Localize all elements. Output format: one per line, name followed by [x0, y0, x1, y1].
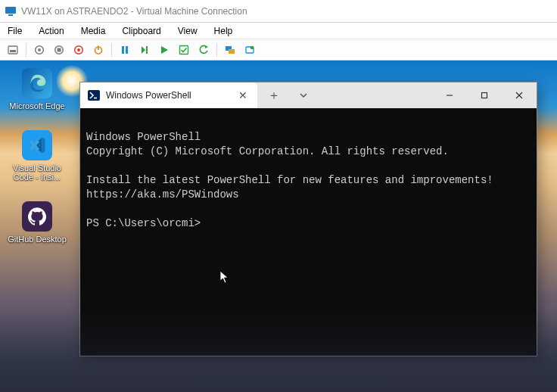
desktop-icon-edge[interactable]: Microsoft Edge [8, 68, 67, 110]
desktop-icon-column: Microsoft Edge Visual Studio Code - Insi… [8, 68, 67, 244]
vscode-icon [22, 130, 52, 160]
svg-rect-15 [146, 46, 148, 54]
svg-rect-0 [5, 7, 16, 14]
svg-marker-14 [142, 46, 145, 54]
mouse-cursor-icon [219, 241, 270, 313]
svg-marker-33 [220, 271, 228, 283]
window-minimize-button[interactable] [432, 82, 467, 108]
toolbar-ctrl-alt-del-icon[interactable] [5, 42, 21, 58]
new-tab-button[interactable]: ＋ [257, 82, 291, 108]
desktop-icon-github[interactable]: GitHub Desktop [8, 201, 67, 244]
svg-point-22 [250, 45, 254, 49]
powershell-window[interactable]: Windows PowerShell ✕ ＋ Windows PowerShel… [79, 82, 537, 356]
toolbar-turn-off-icon[interactable] [31, 42, 48, 58]
terminal-line: Install the latest PowerShell for new fe… [86, 174, 493, 186]
desktop-icon-edge-label: Microsoft Edge [9, 101, 64, 110]
desktop-icon-github-label: GitHub Desktop [8, 235, 67, 244]
menu-file[interactable]: File [8, 26, 22, 36]
menu-clipboard[interactable]: Clipboard [122, 26, 160, 36]
svg-rect-12 [122, 46, 124, 54]
toolbar-start-icon[interactable] [156, 42, 173, 58]
terminal-tabbar: Windows PowerShell ✕ ＋ [80, 82, 537, 108]
toolbar-share-icon[interactable] [241, 42, 258, 58]
toolbar-reset-icon[interactable] [136, 42, 153, 58]
desktop-icon-vscode[interactable]: Visual Studio Code - Insi... [8, 130, 67, 182]
window-controls [432, 82, 537, 108]
menu-help[interactable]: Help [214, 26, 233, 36]
vm-window-titlebar: VW11X on ASTRAENDO2 - Virtual Machine Co… [0, 0, 557, 23]
toolbar-revert-icon[interactable] [195, 42, 212, 58]
vm-monitor-icon [5, 5, 17, 17]
vm-menubar: File Action Media Clipboard View Help [0, 23, 557, 39]
window-close-button[interactable] [502, 82, 537, 108]
menu-action[interactable]: Action [39, 26, 64, 36]
terminal-line: Windows PowerShell [86, 131, 201, 143]
terminal-body[interactable]: Windows PowerShell Copyright (C) Microso… [80, 108, 537, 356]
terminal-tab-powershell[interactable]: Windows PowerShell ✕ [80, 82, 257, 108]
svg-point-9 [77, 48, 80, 51]
toolbar-checkpoint-icon[interactable] [176, 42, 192, 58]
terminal-line: Copyright (C) Microsoft Corporation. All… [86, 145, 449, 157]
svg-rect-30 [482, 93, 487, 98]
svg-marker-18 [205, 45, 208, 48]
svg-rect-1 [8, 14, 13, 16]
window-maximize-button[interactable] [467, 82, 502, 108]
toolbar-enhanced-session-icon[interactable] [222, 42, 238, 58]
svg-rect-7 [58, 48, 61, 51]
toolbar-pause-icon[interactable] [117, 42, 133, 58]
guest-desktop[interactable]: Microsoft Edge Visual Studio Code - Insi… [0, 61, 557, 392]
toolbar-shutdown-icon[interactable] [70, 42, 87, 58]
toolbar-power-icon[interactable] [90, 42, 107, 58]
terminal-tab-title: Windows PowerShell [106, 90, 191, 101]
vm-window-title: VW11X on ASTRAENDO2 - Virtual Machine Co… [21, 6, 247, 17]
svg-rect-13 [126, 46, 128, 54]
menu-view[interactable]: View [178, 26, 198, 36]
svg-marker-16 [161, 46, 168, 54]
vm-toolbar [0, 39, 557, 61]
menu-media[interactable]: Media [81, 26, 106, 36]
github-icon [22, 201, 52, 232]
toolbar-stop-icon[interactable] [51, 42, 67, 58]
tab-dropdown-icon[interactable] [291, 82, 316, 108]
svg-rect-17 [180, 45, 188, 54]
desktop-icon-vscode-label: Visual Studio Code - Insi... [8, 163, 67, 182]
svg-rect-3 [10, 50, 16, 52]
tab-close-icon[interactable]: ✕ [236, 89, 250, 101]
svg-marker-24 [42, 137, 45, 153]
edge-icon [22, 68, 52, 98]
svg-rect-20 [229, 49, 235, 54]
powershell-icon [88, 89, 100, 101]
terminal-line: https://aka.ms/PSWindows [86, 188, 239, 201]
svg-point-5 [38, 48, 41, 51]
terminal-prompt: PS C:\Users\orcmi> [86, 217, 201, 229]
